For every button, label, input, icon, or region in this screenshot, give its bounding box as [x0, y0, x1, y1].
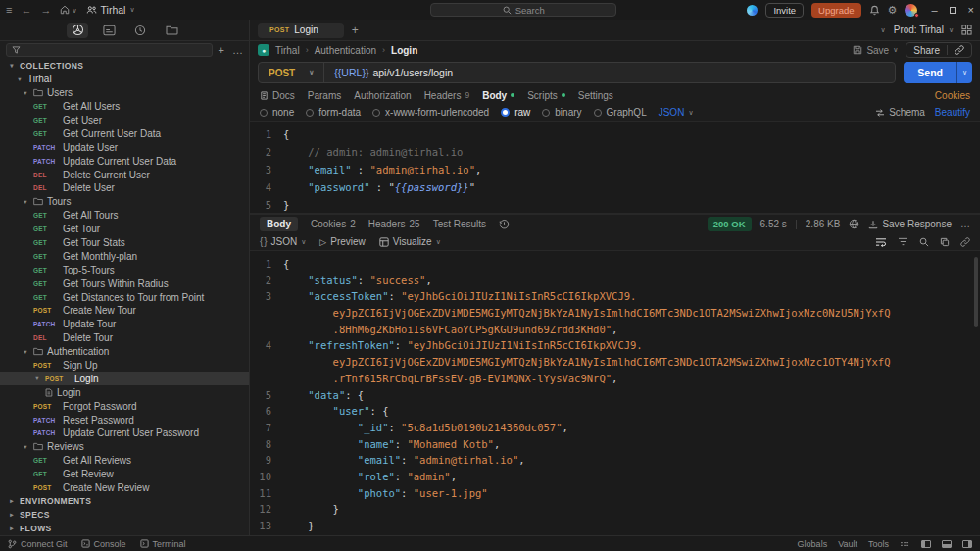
globals-button[interactable]: Globals [798, 539, 828, 549]
sidebar-item-get-get-all-reviews[interactable]: GETGet All Reviews [0, 454, 249, 468]
sidebar-item-users[interactable]: ▾Users [0, 86, 249, 100]
forward-icon[interactable]: → [40, 5, 51, 16]
response-body-editor[interactable]: 1{2"status": "success",3"accessToken": "… [250, 251, 980, 535]
connect-git-button[interactable]: Connect Git [8, 539, 68, 549]
sidebar-item-patch-update-current-user-data[interactable]: PATCHUpdate Current User Data [0, 154, 249, 168]
response-scrollbar[interactable] [974, 257, 978, 327]
terminal-button[interactable]: Terminal [140, 539, 186, 549]
response-tab-body[interactable]: Body [260, 217, 298, 231]
wrap-text-icon[interactable] [875, 237, 887, 247]
tab-settings[interactable]: Settings [578, 90, 613, 101]
sidebar-item-environments[interactable]: ▸ENVIRONMENTS [0, 495, 249, 509]
workspace-switcher[interactable]: Tirhal ∨ [86, 4, 135, 16]
sidebar-item-post-sign-up[interactable]: POSTSign Up [0, 359, 249, 373]
tab-authorization[interactable]: Authorization [354, 90, 411, 101]
toggle-right-panel-icon[interactable] [962, 540, 972, 548]
sidebar-item-authentication[interactable]: ▾Authentication [0, 345, 249, 359]
open-request-tab[interactable]: POST Login [258, 23, 344, 38]
console-button[interactable]: Console [81, 539, 126, 549]
sidebar-item-get-get-all-users[interactable]: GETGet All Users [0, 100, 249, 114]
mode-urlencoded[interactable]: x-www-form-urlencoded [372, 107, 489, 118]
sidebar-item-get-get-tour[interactable]: GETGet Tour [0, 223, 249, 236]
tab-docs[interactable]: Docs [260, 90, 295, 101]
response-more-icon[interactable]: … [960, 219, 970, 229]
sidebar-item-tirhal[interactable]: ▾Tirhal [0, 73, 249, 86]
vault-button[interactable]: Vault [838, 539, 858, 549]
settings-gear-icon[interactable]: ⚙ [888, 4, 898, 17]
request-body-editor[interactable]: 1{2// admin: admin@tirhal.io3"email" : "… [250, 122, 980, 214]
schema-button[interactable]: Schema [875, 107, 925, 118]
global-search-input[interactable]: Search [430, 3, 616, 17]
sidebar-add-button[interactable]: + [219, 44, 224, 56]
sidebar-item-patch-update-tour[interactable]: PATCHUpdate Tour [0, 318, 249, 331]
link-response-icon[interactable] [960, 237, 970, 247]
sidebar-item-login[interactable]: Login [0, 385, 249, 399]
invite-button[interactable]: Invite [765, 3, 804, 18]
apis-nav-icon[interactable] [98, 23, 120, 38]
tab-headers[interactable]: Headers9 [424, 90, 470, 101]
breadcrumb-request[interactable]: Login [391, 45, 417, 56]
cookies-link[interactable]: Cookies [935, 90, 970, 101]
sidebar-more-icon[interactable]: … [232, 44, 243, 56]
sidebar-item-get-get-tours-within-radius[interactable]: GETGet Tours Within Radius [0, 276, 249, 290]
mode-raw[interactable]: raw [501, 107, 530, 118]
preview-button[interactable]: ▷Preview [319, 236, 366, 247]
sidebar-item-collections[interactable]: ▾COLLECTIONS [0, 59, 249, 73]
toggle-bottom-panel-icon[interactable] [942, 540, 952, 548]
mode-binary[interactable]: binary [542, 107, 581, 118]
filter-lines-icon[interactable] [898, 237, 908, 246]
maximize-button[interactable] [950, 7, 956, 14]
history-nav-icon[interactable] [129, 23, 151, 38]
sidebar-item-post-create-new-review[interactable]: POSTCreate New Review [0, 481, 249, 495]
response-tab-test-results[interactable]: Test Results [433, 219, 486, 229]
network-info-icon[interactable] [849, 219, 859, 229]
environment-quick-look-icon[interactable] [961, 25, 972, 35]
sidebar-filter-input[interactable] [6, 43, 213, 57]
collections-nav-icon[interactable] [67, 23, 88, 38]
home-icon[interactable]: ∨ [60, 5, 76, 15]
search-response-icon[interactable] [919, 237, 929, 247]
sidebar-item-get-get-distances-to-tour-from-point[interactable]: GETGet Distances to Tour from Point [0, 290, 249, 304]
sidebar-item-post-login[interactable]: ▾POSTLogin [0, 372, 249, 385]
sidebar-item-post-create-new-tour[interactable]: POSTCreate New Tour [0, 304, 249, 318]
tab-scripts[interactable]: Scripts [527, 90, 565, 101]
tab-params[interactable]: Params [308, 90, 341, 101]
sidebar-item-get-top-5-tours[interactable]: GETTop-5-Tours [0, 263, 249, 276]
mode-graphql[interactable]: GraphQL [594, 107, 647, 118]
save-response-button[interactable]: Save Response [868, 219, 952, 229]
beautify-link[interactable]: Beautify [935, 107, 970, 118]
sidebar-item-tours[interactable]: ▾Tours [0, 195, 249, 209]
sidebar-item-get-get-review[interactable]: GETGet Review [0, 468, 249, 481]
sidebar-item-get-get-tour-stats[interactable]: GETGet Tour Stats [0, 236, 249, 250]
sidebar-item-specs[interactable]: ▸SPECS [0, 508, 249, 522]
sidebar-item-reviews[interactable]: ▾Reviews [0, 440, 249, 454]
files-nav-icon[interactable] [161, 23, 182, 38]
upgrade-button[interactable]: Upgrade [811, 3, 860, 18]
share-button[interactable]: Share [906, 45, 947, 56]
copy-icon[interactable] [940, 237, 950, 247]
response-format-dropdown[interactable]: { }JSON∨ [260, 236, 306, 247]
send-button[interactable]: Send [904, 62, 956, 83]
sidebar-item-get-get-current-user-data[interactable]: GETGet Current User Data [0, 126, 249, 140]
sidebar-item-get-get-monthly-plan[interactable]: GETGet Monthly-plan [0, 249, 249, 263]
minimize-button[interactable]: – [931, 4, 937, 16]
postbot-icon[interactable] [747, 5, 758, 16]
send-options-button[interactable]: ∨ [956, 62, 972, 83]
response-history-icon[interactable] [499, 219, 510, 229]
toggle-left-panel-icon[interactable] [921, 540, 931, 548]
response-tab-cookies[interactable]: Cookies2 [311, 219, 356, 229]
close-button[interactable]: × [968, 4, 974, 16]
avatar[interactable] [905, 4, 917, 17]
tools-button[interactable]: Tools [868, 539, 889, 549]
sidebar-item-del-delete-current-user[interactable]: DELDelete Current User [0, 168, 249, 181]
sidebar-item-patch-update-user[interactable]: PATCHUpdate User [0, 140, 249, 154]
sidebar-item-patch-reset-password[interactable]: PATCHReset Password [0, 413, 249, 426]
sidebar-item-del-delete-user[interactable]: DELDelete User [0, 181, 249, 195]
mode-form-data[interactable]: form-data [306, 107, 361, 118]
copy-link-button[interactable] [947, 45, 971, 55]
breadcrumb-collection[interactable]: Tirhal [275, 45, 300, 56]
mode-none[interactable]: none [260, 107, 294, 118]
menu-icon[interactable]: ≡ [6, 5, 12, 16]
tab-body[interactable]: Body [482, 90, 514, 101]
url-input[interactable]: {{URL}} api/v1/users/login [324, 67, 463, 78]
